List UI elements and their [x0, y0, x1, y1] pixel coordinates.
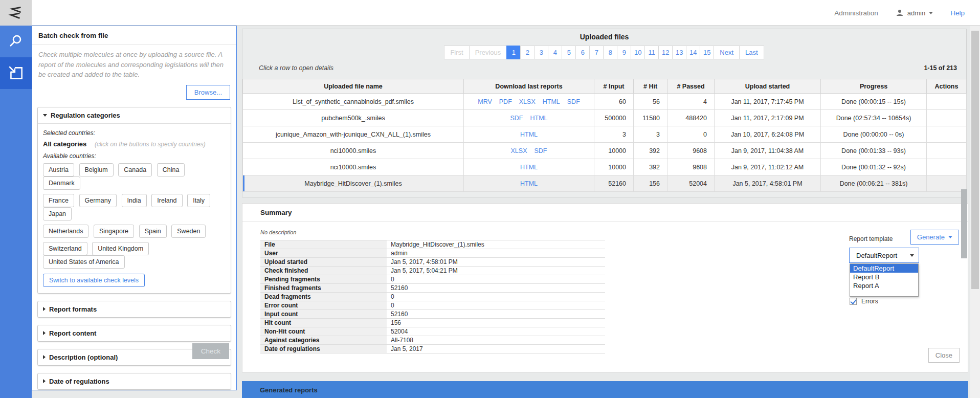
report-link[interactable]: XLSX [519, 98, 536, 105]
country-button[interactable]: Germany [79, 194, 117, 207]
report-link[interactable]: HTML [520, 131, 538, 138]
hit-count-cell: 392 [634, 143, 667, 159]
pagination-page-13[interactable]: 13 [672, 46, 686, 59]
report-links-cell: MRVPDFXLSXHTMLSDF [464, 94, 594, 110]
country-button[interactable]: France [43, 194, 74, 207]
report-template-select[interactable]: DefaultReport [849, 248, 919, 263]
pagination-first[interactable]: First [444, 46, 469, 59]
country-button[interactable]: Netherlands [43, 225, 88, 238]
pagination-page-1[interactable]: 1 [506, 46, 521, 59]
administration-link[interactable]: Administration [834, 9, 878, 17]
pagination-next[interactable]: Next [714, 46, 740, 59]
field-label: Dead fragments [260, 293, 387, 301]
report-link[interactable]: MRV [478, 98, 492, 105]
country-button[interactable]: United States of America [43, 255, 125, 269]
report-template-value: DefaultReport [856, 252, 910, 259]
regulation-categories-header[interactable]: Regulation categories [38, 107, 231, 124]
input-count-cell: 3 [594, 126, 634, 143]
pagination-page-8[interactable]: 8 [603, 46, 617, 59]
upload-started-cell: Jan 5, 2017, 4:58:01 PM [715, 175, 821, 192]
input-count-cell: 10000 [594, 159, 634, 175]
browse-button[interactable]: Browse... [186, 85, 230, 100]
country-button[interactable]: India [122, 194, 147, 207]
pagination-page-7[interactable]: 7 [589, 46, 604, 59]
dropdown-option[interactable]: DefaultReport [850, 264, 918, 273]
report-link[interactable]: HTML [530, 115, 547, 122]
report-content-header[interactable]: Report content [38, 325, 231, 341]
pagination-page-9[interactable]: 9 [617, 46, 631, 59]
window-scrollbar-thumb[interactable] [971, 31, 979, 289]
check-button[interactable]: Check [192, 343, 229, 359]
hit-count-cell: 392 [634, 159, 667, 175]
date-of-regulations-header[interactable]: Date of regulations [38, 373, 231, 389]
progress-cell: Done (00:01:32 -- 92s) [821, 159, 927, 175]
report-link[interactable]: SDF [534, 147, 547, 154]
pagination-page-11[interactable]: 11 [644, 46, 659, 59]
pagination-page-2[interactable]: 2 [520, 46, 534, 59]
report-link[interactable]: HTML [520, 164, 538, 171]
pagination-page-14[interactable]: 14 [686, 46, 700, 59]
pagination-page-3[interactable]: 3 [534, 46, 548, 59]
country-button[interactable]: Switzerland [43, 242, 87, 255]
table-row-selected[interactable]: Maybridge_HitDiscover_(1).smiles HTML 52… [243, 175, 967, 192]
file-name-cell: List_of_synthetic_cannabinoids_pdf.smile… [243, 94, 464, 110]
report-links-cell: SDFHTML [464, 110, 594, 126]
table-row[interactable]: nci10000.smiles XLSXSDF 10000 392 9608 J… [243, 143, 967, 159]
report-link[interactable]: SDF [567, 98, 580, 105]
batch-check-panel: Batch check from file Check multiple mol… [32, 26, 237, 390]
field-label: User [260, 249, 387, 258]
user-name: admin [907, 9, 925, 17]
window-scrollbar[interactable] [970, 19, 980, 398]
pagination-page-4[interactable]: 4 [548, 46, 562, 59]
table-row[interactable]: pubchem500k_.smiles SDFHTML 500000 11580… [243, 110, 967, 126]
dropdown-option[interactable]: Report A [850, 281, 918, 290]
help-link[interactable]: Help [950, 9, 965, 17]
report-link[interactable]: HTML [543, 98, 560, 105]
country-button[interactable]: Denmark [43, 176, 80, 190]
table-row[interactable]: List_of_synthetic_cannabinoids_pdf.smile… [243, 94, 967, 110]
country-button[interactable]: Canada [118, 163, 152, 176]
country-button[interactable]: Italy [187, 194, 210, 207]
pagination-page-10[interactable]: 10 [631, 46, 645, 59]
report-links-cell: HTML [464, 126, 594, 143]
pagination-page-12[interactable]: 12 [658, 46, 673, 59]
pagination-page-15[interactable]: 15 [700, 46, 714, 59]
pagination-previous[interactable]: Previous [469, 46, 507, 59]
user-menu[interactable]: admin [896, 9, 933, 17]
table-row[interactable]: jcunique_Amazon_with-jcunique_CXN_ALL_(1… [243, 126, 967, 143]
report-formats-header[interactable]: Report formats [38, 301, 231, 317]
country-button[interactable]: Ireland [151, 194, 182, 207]
country-button[interactable]: Japan [43, 207, 72, 220]
country-button[interactable]: Singapore [94, 225, 134, 238]
country-button[interactable]: Spain [139, 225, 167, 238]
country-button[interactable]: Sweden [171, 225, 206, 238]
country-button[interactable]: Austria [43, 163, 74, 176]
errors-checkbox[interactable] [850, 298, 857, 305]
switch-check-levels-button[interactable]: Switch to available check levels [43, 274, 145, 287]
top-bar: Administration admin Help [0, 0, 980, 26]
field-value: admin [387, 249, 605, 258]
report-link[interactable]: SDF [510, 115, 523, 122]
passed-count-cell: 52004 [667, 175, 715, 192]
pagination-page-6[interactable]: 6 [575, 46, 590, 59]
dropdown-option[interactable]: Report B [850, 273, 918, 281]
report-link[interactable]: HTML [520, 180, 538, 187]
sidebar-item-search[interactable] [0, 26, 32, 57]
report-link[interactable]: PDF [499, 98, 512, 105]
description-title: Description (optional) [49, 353, 118, 361]
input-count-cell: 52160 [594, 175, 634, 192]
field-value: 52004 [387, 327, 605, 336]
chevron-down-icon [929, 12, 933, 14]
chevron-right-icon [43, 379, 46, 383]
table-row[interactable]: nci10000.smiles HTML 10000 392 9608 Jan … [243, 159, 967, 175]
generate-button[interactable]: Generate [910, 230, 959, 245]
country-button[interactable]: Belgium [79, 163, 114, 176]
report-link[interactable]: XLSX [511, 147, 527, 154]
country-button[interactable]: China [157, 163, 185, 176]
pagination-last[interactable]: Last [739, 46, 764, 59]
content-scrollbar-thumb[interactable] [961, 189, 967, 258]
pagination-page-5[interactable]: 5 [562, 46, 576, 59]
sidebar-item-batch-check[interactable] [0, 57, 32, 89]
close-button[interactable]: Close [928, 348, 960, 363]
country-button[interactable]: United Kingdom [92, 242, 149, 255]
